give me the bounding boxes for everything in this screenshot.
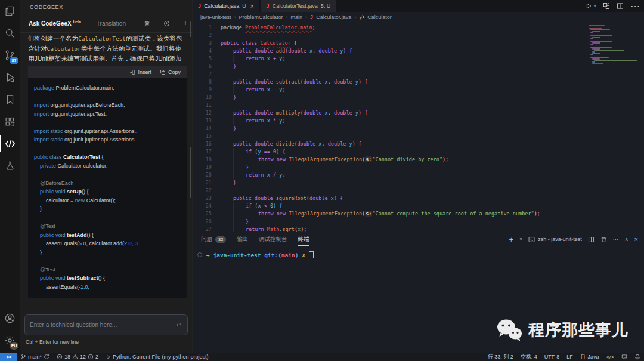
code-line[interactable]: 12public double multiply(double x, doubl… xyxy=(193,109,587,117)
code-line[interactable]: 9return x - y; xyxy=(193,86,587,94)
indent-guide xyxy=(221,202,233,210)
code-line[interactable]: 6} xyxy=(193,63,587,70)
panel-tab[interactable]: 问题32 xyxy=(201,232,226,246)
close-tab-icon[interactable]: × xyxy=(250,3,254,10)
code-line[interactable]: 22 xyxy=(193,187,587,195)
sidebar-scrollbar[interactable] xyxy=(190,21,191,37)
tab-translation[interactable]: Translation xyxy=(97,20,126,27)
split-editor-button[interactable] xyxy=(617,2,624,10)
sidebar-item-explorer[interactable] xyxy=(0,0,20,22)
code-token: } xyxy=(233,63,236,69)
new-chat-button[interactable]: + xyxy=(183,20,188,26)
split-terminal-button[interactable] xyxy=(588,236,595,243)
terminal-tab[interactable]: zsh - java-unit-test xyxy=(528,236,582,243)
panel-more-button[interactable]: ⋯ xyxy=(613,236,619,242)
editor-tab[interactable]: JCalculatorTest.java5, U xyxy=(261,0,336,12)
code-line[interactable]: 11 xyxy=(193,101,587,109)
problems-status[interactable]: 18 12 2 xyxy=(53,353,102,361)
panel-tab-label: 调试控制台 xyxy=(259,236,287,243)
sidebar-item-source-control[interactable]: 87 xyxy=(0,44,20,66)
code-token: } xyxy=(34,249,42,255)
panel-tab[interactable]: 调试控制台 xyxy=(259,232,287,246)
feedback-button[interactable] xyxy=(618,353,631,361)
history-button[interactable] xyxy=(163,20,170,27)
code-token: return xyxy=(246,87,267,92)
code-line[interactable]: 1package ProblemCalculator.main; xyxy=(193,24,587,32)
sidebar-item-testing[interactable] xyxy=(0,155,20,177)
code-line[interactable]: 3public class Calculator { xyxy=(193,39,587,47)
code-line[interactable]: 26} xyxy=(193,218,587,226)
breadcrumb-item[interactable]: ProblemCalculator xyxy=(239,14,283,20)
code-line[interactable]: 25throw new IllegalArgumentException(s:"… xyxy=(193,210,587,218)
breadcrumb-item[interactable]: java-unit-test xyxy=(200,14,231,20)
new-terminal-button[interactable]: + xyxy=(509,235,513,244)
breadcrumb-item[interactable]: Calculator xyxy=(367,14,392,20)
debug-config-status[interactable]: Python: Current File (my-python-project) xyxy=(102,353,212,361)
code-line[interactable]: 13return x * y; xyxy=(193,117,587,125)
sidebar-item-search[interactable] xyxy=(0,22,20,44)
code-line[interactable]: 14} xyxy=(193,125,587,132)
code-line[interactable]: 23public double squareRoot(double x) { xyxy=(193,195,587,202)
code-line[interactable]: 20return x / y; xyxy=(193,171,587,179)
code-token: double xyxy=(309,195,331,201)
panel-tab[interactable]: 输出 xyxy=(237,232,248,246)
cursor-position[interactable]: 行 33, 列 2 xyxy=(484,353,517,361)
close-panel-button[interactable]: × xyxy=(634,236,638,243)
code-line[interactable]: 4public double add(double x, double y) { xyxy=(193,47,587,55)
editor-tab[interactable]: JCalculator.javaU× xyxy=(193,0,259,12)
codegeex-status-icon[interactable]: </> xyxy=(602,353,618,361)
breadcrumb-separator: › xyxy=(286,14,288,20)
feedback-icon xyxy=(621,354,627,360)
run-java-button[interactable]: ∨ xyxy=(585,2,596,10)
enter-icon[interactable]: ↵ xyxy=(177,321,187,329)
terminal[interactable]: → java-unit-test git:(main) ✗ xyxy=(197,251,314,258)
maximize-panel-button[interactable]: ∧ xyxy=(625,237,628,242)
message-text: 们将创建一个名为 xyxy=(28,35,78,42)
sidebar-item-run-debug[interactable] xyxy=(0,66,20,88)
code-line[interactable]: 10} xyxy=(193,94,587,101)
clear-chat-button[interactable] xyxy=(144,20,150,27)
language-status[interactable]: {} Java xyxy=(577,353,603,361)
code-line[interactable]: 18throw new IllegalArgumentException(s:"… xyxy=(193,156,587,163)
sidebar-item-bookmarks[interactable] xyxy=(0,88,20,110)
remote-indicator[interactable]: >< xyxy=(0,353,17,361)
code-line[interactable]: 17if (y == 0) { xyxy=(193,148,587,156)
tab-ask-codegeex[interactable]: Ask CodeGeeX beta xyxy=(29,20,81,27)
minimap[interactable] xyxy=(589,25,642,64)
code-line[interactable]: 2 xyxy=(193,32,587,39)
code-token: double xyxy=(334,79,355,85)
branch-status[interactable]: main* xyxy=(17,353,53,361)
eol-status[interactable]: LF xyxy=(563,353,577,361)
code-block-scrollbar[interactable] xyxy=(190,147,191,198)
account-button[interactable] xyxy=(0,307,20,329)
indentation-status[interactable]: 空格: 4 xyxy=(517,353,541,361)
indent-guide xyxy=(221,226,233,232)
open-changes-button[interactable] xyxy=(603,2,610,10)
copy-code-button[interactable]: Copy xyxy=(160,69,181,75)
notifications-button[interactable] xyxy=(631,353,644,361)
breadcrumb-item[interactable]: Calculator.java xyxy=(316,14,351,20)
code-line[interactable]: 7 xyxy=(193,70,587,78)
encoding-status[interactable]: UTF-8 xyxy=(541,353,564,361)
prompt-segment: main xyxy=(281,252,295,258)
more-actions-button[interactable]: ⋯ xyxy=(630,1,640,12)
indent-guide xyxy=(221,109,233,117)
breadcrumb-item[interactable]: main xyxy=(291,14,303,20)
terminal-dropdown[interactable]: ∨ xyxy=(519,237,522,242)
code-line[interactable]: 27return Math.sqrt(x); xyxy=(193,226,587,232)
code-line[interactable]: 16public double divide(double x, double … xyxy=(193,140,587,148)
sidebar-item-extensions[interactable] xyxy=(0,110,20,132)
panel-tab[interactable]: 终端 xyxy=(298,232,309,246)
question-input[interactable] xyxy=(25,322,177,328)
code-line[interactable]: 19} xyxy=(193,163,587,171)
sidebar-item-codegeex[interactable] xyxy=(0,132,20,155)
code-line[interactable]: 15 xyxy=(193,132,587,140)
code-line[interactable]: 21} xyxy=(193,179,587,187)
insert-code-button[interactable]: Insert xyxy=(129,69,151,75)
settings-button[interactable]: PU xyxy=(0,329,20,351)
kill-terminal-button[interactable] xyxy=(600,236,607,243)
code-line[interactable]: 24if (x < 0) { xyxy=(193,202,587,210)
code-line[interactable]: 5return x + y; xyxy=(193,55,587,63)
code-line[interactable]: 8public double subtract(double x, double… xyxy=(193,78,587,86)
code-editor[interactable]: 1package ProblemCalculator.main;23public… xyxy=(193,24,587,232)
